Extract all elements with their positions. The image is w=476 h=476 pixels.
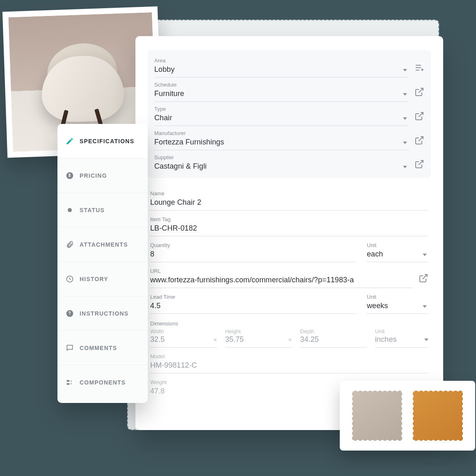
item-tag-label: Item Tag	[150, 216, 428, 222]
weight-value: 47.8	[150, 387, 165, 395]
paperclip-icon	[66, 240, 74, 249]
name-value: Lounge Chair 2	[150, 198, 201, 206]
open-external-icon[interactable]	[414, 135, 424, 145]
model-label: Model	[150, 353, 428, 359]
model-value: HM-998112-C	[150, 361, 197, 369]
tab-label: HISTORY	[80, 276, 140, 282]
quantity-unit-value: each	[367, 250, 383, 259]
leadtime-unit-label: Unit	[367, 294, 428, 300]
add-list-icon[interactable]	[414, 63, 424, 73]
type-select[interactable]: Type Chair	[154, 106, 409, 126]
url-label: URL	[150, 268, 413, 274]
url-input[interactable]: URL www.fortezza-furnishings.com/commerc…	[150, 268, 413, 288]
area-label: Area	[154, 57, 409, 64]
leadtime-value: 4.5	[150, 302, 160, 310]
svg-rect-7	[67, 383, 70, 385]
name-label: Name	[150, 190, 428, 197]
tab-label: COMPONENTS	[80, 379, 140, 386]
clock-icon	[66, 275, 74, 283]
chevron-down-icon	[424, 339, 428, 341]
dim-depth-label: Depth	[300, 328, 367, 334]
dim-unit-label: Unit	[375, 328, 428, 334]
quantity-unit-select[interactable]: Unit each	[367, 242, 428, 262]
schedule-value: Furniture	[154, 89, 409, 98]
area-select[interactable]: Area Lobby	[154, 57, 409, 78]
item-tag-value: LB-CHR-0182	[150, 224, 197, 232]
type-value: Chair	[154, 114, 409, 122]
dim-depth-input[interactable]: Depth 34.25	[300, 328, 367, 348]
tab-pricing[interactable]: $ PRICING	[57, 158, 148, 193]
svg-point-2	[68, 208, 72, 212]
chevron-down-icon	[423, 254, 427, 256]
manufacturer-select[interactable]: Manufacturer Fortezza Furnishings	[154, 130, 409, 150]
open-external-icon[interactable]	[414, 159, 424, 169]
quantity-input[interactable]: Quantity 8	[150, 242, 356, 262]
item-tag-input[interactable]: Item Tag LB-CHR-0182	[150, 216, 428, 236]
manufacturer-value: Fortezza Furnishings	[154, 138, 409, 146]
dim-depth-value: 34.25	[300, 335, 319, 343]
chevron-down-icon	[403, 117, 407, 120]
comment-icon	[66, 344, 74, 352]
schedule-select[interactable]: Schedule Furniture	[154, 82, 409, 102]
tab-status[interactable]: STATUS	[57, 193, 148, 227]
leadtime-unit-value: weeks	[367, 302, 388, 310]
tab-history[interactable]: HISTORY	[57, 262, 148, 296]
dot-icon	[66, 206, 74, 214]
leadtime-label: Lead Time	[150, 294, 356, 300]
tab-label: SPECIFICATIONS	[80, 138, 140, 144]
svg-rect-6	[67, 380, 70, 382]
tab-label: STATUS	[80, 207, 140, 213]
swatch-beige[interactable]	[350, 389, 404, 442]
dollar-icon: $	[66, 172, 74, 180]
svg-text:?: ?	[68, 311, 71, 316]
dim-width-input[interactable]: Width 32.5 ×	[150, 328, 217, 348]
supplier-value: Castagni & Figli	[154, 162, 409, 171]
model-input[interactable]: Model HM-998112-C	[150, 353, 428, 373]
name-input[interactable]: Name Lounge Chair 2	[150, 190, 428, 211]
svg-rect-8	[71, 381, 72, 382]
dim-unit-select[interactable]: Unit inches	[375, 328, 428, 348]
tab-label: PRICING	[80, 172, 140, 179]
dim-height-input[interactable]: Height 35.75 ×	[225, 328, 292, 348]
dim-height-value: 35.75	[225, 335, 244, 343]
supplier-select[interactable]: Supplier Castagni & Figli	[154, 154, 409, 174]
tab-instructions[interactable]: ? INSTRUCTIONS	[57, 296, 148, 331]
pencil-icon	[66, 137, 74, 145]
area-value: Lobby	[154, 65, 409, 74]
help-icon: ?	[66, 309, 74, 318]
schedule-label: Schedule	[154, 82, 409, 88]
components-icon	[66, 378, 74, 387]
dim-width-value: 32.5	[150, 335, 165, 343]
quantity-unit-label: Unit	[367, 242, 428, 248]
dim-width-label: Width	[150, 328, 217, 334]
type-label: Type	[154, 106, 409, 112]
tab-label: INSTRUCTIONS	[80, 310, 140, 317]
dim-unit-value: inches	[375, 335, 397, 344]
material-swatches-card	[340, 381, 475, 451]
tab-specifications[interactable]: SPECIFICATIONS	[57, 124, 148, 158]
leadtime-input[interactable]: Lead Time 4.5	[150, 294, 356, 314]
tab-comments[interactable]: COMMENTS	[57, 331, 148, 365]
swatch-amber[interactable]	[411, 389, 465, 442]
manufacturer-label: Manufacturer	[154, 130, 409, 136]
supplier-label: Supplier	[154, 154, 409, 160]
svg-rect-9	[71, 384, 72, 384]
tab-label: ATTACHMENTS	[80, 241, 140, 248]
leadtime-unit-select[interactable]: Unit weeks	[367, 294, 428, 314]
quantity-label: Quantity	[150, 242, 356, 248]
times-icon: ×	[288, 336, 292, 343]
quantity-value: 8	[150, 250, 154, 258]
tab-attachments[interactable]: ATTACHMENTS	[57, 227, 148, 262]
chevron-down-icon	[423, 305, 427, 308]
open-external-icon[interactable]	[414, 111, 424, 121]
open-external-icon[interactable]	[419, 273, 428, 283]
chevron-down-icon	[403, 142, 407, 144]
svg-text:$: $	[69, 173, 71, 178]
chevron-down-icon	[403, 69, 407, 71]
specifications-panel: Area Lobby Schedule Furniture Type Chair	[135, 36, 443, 430]
open-external-icon[interactable]	[414, 87, 424, 97]
url-value: www.fortezza-furnishings.com/commercial/…	[150, 276, 354, 284]
times-icon: ×	[213, 336, 217, 343]
spec-sidebar: SPECIFICATIONS $ PRICING STATUS ATTACHME…	[57, 124, 148, 403]
tab-components[interactable]: COMPONENTS	[57, 365, 148, 400]
